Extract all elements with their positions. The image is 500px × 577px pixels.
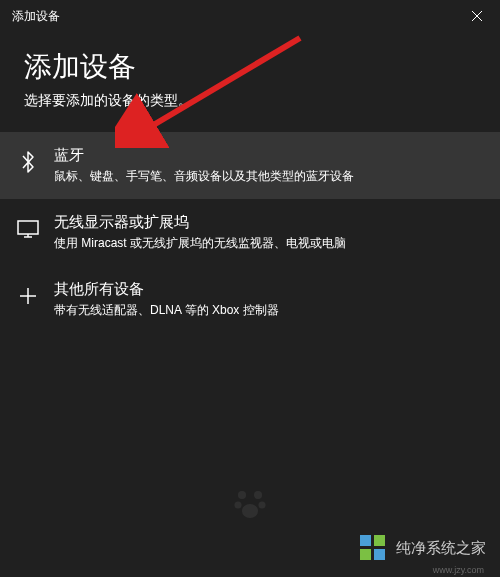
close-button[interactable] — [454, 0, 500, 32]
svg-point-13 — [242, 504, 258, 518]
option-everything-else[interactable]: 其他所有设备 带有无线适配器、DLNA 等的 Xbox 控制器 — [0, 266, 500, 333]
svg-point-12 — [259, 502, 266, 509]
svg-rect-14 — [360, 535, 371, 546]
svg-rect-15 — [374, 535, 385, 546]
option-content: 其他所有设备 带有无线适配器、DLNA 等的 Xbox 控制器 — [54, 280, 484, 319]
option-description: 使用 Miracast 或无线扩展坞的无线监视器、电视或电脑 — [54, 235, 484, 252]
paw-watermark-icon — [230, 483, 270, 527]
svg-point-9 — [238, 491, 246, 499]
option-bluetooth[interactable]: 蓝牙 鼠标、键盘、手写笔、音频设备以及其他类型的蓝牙设备 — [0, 132, 500, 199]
option-description: 鼠标、键盘、手写笔、音频设备以及其他类型的蓝牙设备 — [54, 168, 484, 185]
watermark-logo-icon — [358, 533, 388, 563]
option-title: 无线显示器或扩展坞 — [54, 213, 484, 232]
close-icon — [472, 11, 482, 21]
option-title: 其他所有设备 — [54, 280, 484, 299]
title-bar: 添加设备 — [0, 0, 500, 32]
svg-rect-2 — [18, 221, 38, 234]
option-description: 带有无线适配器、DLNA 等的 Xbox 控制器 — [54, 302, 484, 319]
option-title: 蓝牙 — [54, 146, 484, 165]
plus-icon — [16, 284, 40, 308]
svg-rect-16 — [360, 549, 371, 560]
page-heading: 添加设备 — [0, 32, 500, 92]
page-subtitle: 选择要添加的设备的类型。 — [0, 92, 500, 132]
svg-point-10 — [254, 491, 262, 499]
watermark-url: www.jzy.com — [433, 565, 484, 575]
option-wireless-display[interactable]: 无线显示器或扩展坞 使用 Miracast 或无线扩展坞的无线监视器、电视或电脑 — [0, 199, 500, 266]
option-content: 蓝牙 鼠标、键盘、手写笔、音频设备以及其他类型的蓝牙设备 — [54, 146, 484, 185]
watermark: 纯净系统之家 — [358, 533, 486, 563]
bluetooth-icon — [16, 150, 40, 174]
svg-point-11 — [235, 502, 242, 509]
svg-rect-17 — [374, 549, 385, 560]
watermark-text: 纯净系统之家 — [396, 539, 486, 558]
display-icon — [16, 217, 40, 241]
window-title: 添加设备 — [12, 8, 60, 25]
option-content: 无线显示器或扩展坞 使用 Miracast 或无线扩展坞的无线监视器、电视或电脑 — [54, 213, 484, 252]
